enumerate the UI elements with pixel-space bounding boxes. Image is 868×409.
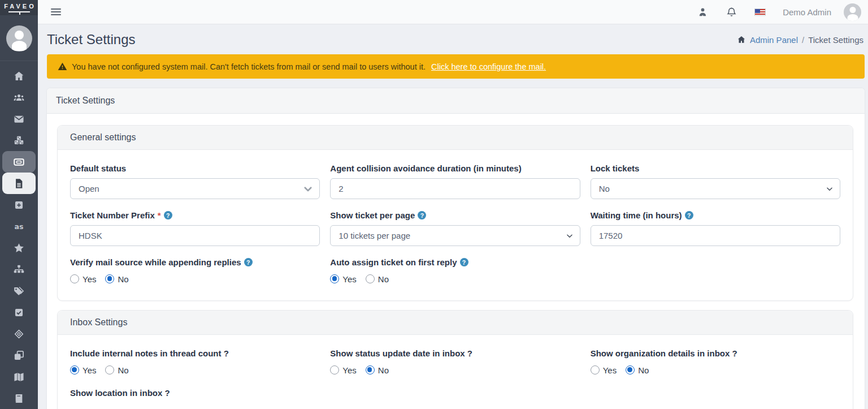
- help-icon[interactable]: ?: [164, 211, 172, 219]
- users-icon: [13, 92, 25, 104]
- sidebar-item-home[interactable]: [2, 65, 36, 87]
- logo[interactable]: FAVEO: [0, 0, 38, 15]
- radio-circle-checked: [366, 365, 375, 374]
- sidebar-item-workflow[interactable]: [2, 323, 36, 345]
- logo-underline: [8, 11, 30, 12]
- sidebar-item-sitemap[interactable]: [2, 259, 36, 280]
- sidebar-item-tickets[interactable]: [2, 151, 36, 173]
- inbox-settings-title: Inbox Settings: [58, 311, 853, 335]
- lastfm-icon: as: [13, 221, 25, 233]
- warning-text: You have not configured system mail. Can…: [72, 62, 426, 71]
- radio-circle: [366, 274, 375, 283]
- field-label: Agent collision avoidance duration (in m…: [330, 163, 580, 173]
- sidebar-item-tags[interactable]: [2, 280, 36, 302]
- sidebar: FAVEO: [0, 0, 38, 409]
- avatar-head: [849, 7, 856, 13]
- radio-yes[interactable]: Yes: [70, 274, 96, 284]
- inbox-settings-body: Include internal notes in thread count ?…: [58, 335, 853, 409]
- field-label: Ticket Number Prefix * ?: [70, 210, 320, 220]
- help-icon[interactable]: ?: [244, 258, 253, 266]
- field-label: Lock tickets: [591, 163, 840, 173]
- organization-details-radios: Yes No: [591, 363, 840, 377]
- clone-icon: [13, 350, 25, 361]
- star-icon: [13, 242, 25, 254]
- ticket-settings-card-body: General settings Default status Open: [47, 114, 865, 409]
- avatar-head: [15, 31, 24, 40]
- envelope-icon: [13, 113, 25, 125]
- help-icon[interactable]: ?: [418, 211, 426, 219]
- warning-banner: You have not configured system mail. Can…: [47, 54, 865, 79]
- waiting-time-input[interactable]: 17520: [591, 225, 840, 246]
- sitemap-icon: [13, 264, 25, 275]
- sidebar-item-users[interactable]: [2, 87, 36, 108]
- user-name[interactable]: Demo Admin: [783, 7, 831, 17]
- inbox-settings-section: Inbox Settings Include internal notes in…: [57, 310, 853, 409]
- page-title: Ticket Settings: [47, 32, 136, 48]
- check-square-icon: [13, 307, 25, 318]
- chevron-down-icon: [826, 185, 834, 193]
- radio-yes[interactable]: Yes: [330, 274, 356, 284]
- radio-yes[interactable]: Yes: [70, 365, 96, 375]
- navbar-right: Demo Admin: [697, 3, 861, 21]
- home-icon[interactable]: [737, 35, 746, 44]
- general-settings-body: Default status Open Agent collision avoi…: [58, 150, 853, 300]
- field-label: Default status: [70, 163, 320, 173]
- field-tickets-per-page: Show ticket per page ? 10 tickets per pa…: [330, 210, 580, 246]
- default-status-select[interactable]: Open: [70, 178, 320, 199]
- sidebar-item-approval[interactable]: [2, 302, 36, 323]
- sidebar-avatar-wrap: [0, 15, 38, 61]
- field-label: Show status update date in inbox ?: [330, 348, 580, 358]
- lock-tickets-select[interactable]: No: [591, 178, 840, 199]
- agent-collision-input[interactable]: 2: [330, 178, 580, 199]
- input-value: 17520: [599, 231, 623, 240]
- breadcrumb-link-admin-panel[interactable]: Admin Panel: [750, 35, 798, 45]
- select-value: 10 tickets per page: [338, 231, 410, 240]
- sidebar-item-add[interactable]: [2, 194, 36, 216]
- user-icon[interactable]: [697, 6, 709, 18]
- radio-yes[interactable]: Yes: [330, 365, 356, 375]
- field-auto-assign: Auto assign ticket on first reply ? Yes …: [330, 257, 580, 286]
- chevron-down-icon: [303, 184, 313, 194]
- radio-circle-checked: [105, 274, 114, 283]
- field-label: Show organization details in inbox ?: [591, 348, 840, 358]
- auto-assign-radios: Yes No: [330, 272, 580, 286]
- us-flag-icon[interactable]: [754, 8, 766, 16]
- tickets-per-page-select[interactable]: 10 tickets per page: [330, 225, 580, 246]
- sidebar-item-helpdesk[interactable]: [2, 130, 36, 151]
- field-default-status: Default status Open: [70, 163, 320, 199]
- sidebar-item-lastfm[interactable]: as: [2, 216, 36, 237]
- field-label: Show ticket per page ?: [330, 210, 580, 220]
- hamburger-icon[interactable]: [51, 8, 61, 15]
- avatar[interactable]: [6, 25, 32, 51]
- radio-no[interactable]: No: [366, 274, 389, 284]
- sidebar-item-ticket-settings[interactable]: [2, 173, 36, 194]
- bell-icon[interactable]: [726, 6, 737, 18]
- sidebar-item-mail[interactable]: [2, 108, 36, 130]
- avatar-torso: [847, 14, 858, 21]
- radio-no[interactable]: No: [105, 365, 128, 375]
- ticket-prefix-input[interactable]: HDSK: [70, 225, 320, 246]
- field-label: Waiting time (in hours) ?: [591, 210, 840, 220]
- field-status-update-date: Show status update date in inbox ? Yes N…: [330, 348, 580, 377]
- sidebar-item-ratings[interactable]: [2, 237, 36, 259]
- ticket-icon: [13, 156, 25, 168]
- general-settings-section: General settings Default status Open: [57, 125, 853, 301]
- sidebar-item-knowledgebase[interactable]: [2, 388, 36, 409]
- help-icon[interactable]: ?: [685, 211, 693, 219]
- file-icon: [13, 178, 25, 190]
- top-navbar: Demo Admin: [38, 0, 868, 24]
- radio-circle: [105, 365, 114, 374]
- sidebar-item-locations[interactable]: [2, 366, 36, 388]
- configure-mail-link[interactable]: Click here to configure the mail.: [431, 62, 546, 71]
- tags-icon: [13, 285, 25, 297]
- sidebar-item-templates[interactable]: [2, 345, 36, 366]
- radio-yes[interactable]: Yes: [591, 365, 617, 375]
- avatar[interactable]: [844, 3, 861, 21]
- field-waiting-time: Waiting time (in hours) ? 17520: [591, 210, 840, 246]
- radio-no[interactable]: No: [105, 274, 128, 284]
- radio-no[interactable]: No: [626, 365, 649, 375]
- sidebar-nav: as: [0, 61, 38, 409]
- help-icon[interactable]: ?: [460, 258, 468, 266]
- avatar-torso: [12, 41, 27, 51]
- radio-no[interactable]: No: [366, 365, 389, 375]
